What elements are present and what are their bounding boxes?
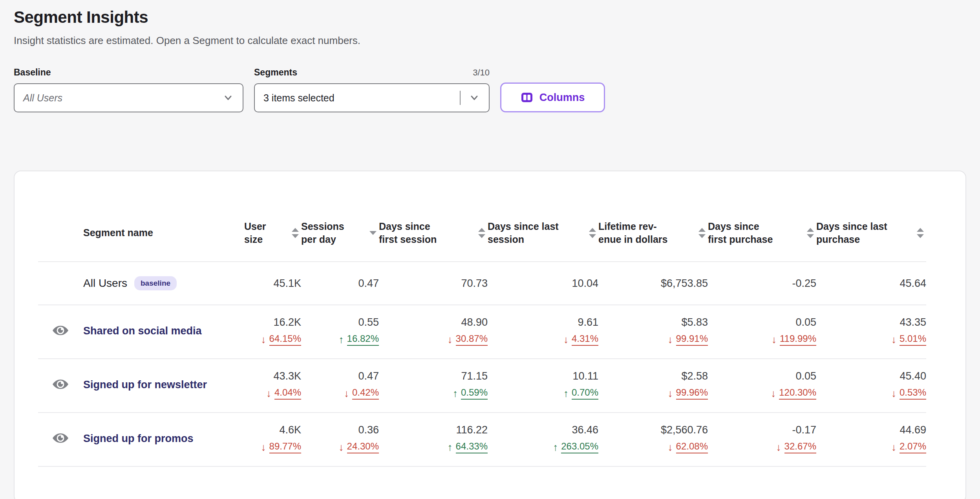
eye-icon: [51, 378, 69, 391]
insights-card: Segment nameUser sizeSessions per dayDay…: [14, 171, 966, 499]
table-row: Shared on social media16.2K↓64.15%0.55↑1…: [38, 305, 926, 359]
visibility-toggle-button[interactable]: [51, 431, 69, 446]
segment-name-cell: Signed up for promos: [83, 413, 244, 466]
column-header-label: User size: [244, 220, 266, 246]
metric-value: 16.2K: [244, 316, 301, 328]
metric-cell: 36.46↑263.05%: [488, 413, 598, 466]
arrow-down-icon: ↓: [668, 387, 673, 400]
segment-name-cell: All Usersbaseline: [83, 262, 244, 305]
metric-value: 0.36: [301, 424, 379, 436]
arrow-down-icon: ↓: [563, 334, 569, 346]
metric-cell: 16.2K↓64.15%: [244, 305, 301, 359]
delta-up[interactable]: ↑0.59%: [379, 387, 488, 400]
segment-name-cell: Signed up for newsletter: [83, 359, 244, 413]
metric-cell: 43.35↓5.01%: [816, 305, 926, 359]
delta-down[interactable]: ↓30.87%: [379, 333, 488, 346]
segments-select[interactable]: 3 items selected: [254, 83, 490, 112]
metric-cell: 0.47↓0.42%: [301, 359, 379, 413]
metric-value: $6,753.85: [598, 277, 708, 290]
metric-value: 43.35: [816, 316, 926, 328]
segment-name: All Users: [83, 277, 127, 290]
metric-value: 9.61: [488, 316, 598, 328]
columns-button[interactable]: Columns: [500, 83, 605, 112]
metric-cell: $2.58↓99.96%: [598, 359, 708, 413]
delta-up[interactable]: ↑0.70%: [488, 387, 598, 400]
columns-button-label: Columns: [539, 92, 585, 104]
delta-down[interactable]: ↓4.04%: [244, 387, 301, 400]
baseline-select-value: All Users: [23, 92, 222, 104]
delta-percent: 0.42%: [352, 387, 379, 400]
delta-percent: 24.30%: [347, 441, 379, 453]
metric-cell: 45.40↓0.53%: [816, 359, 926, 413]
delta-up[interactable]: ↑64.33%: [379, 441, 488, 453]
column-header[interactable]: Days since last session: [488, 194, 598, 262]
delta-down[interactable]: ↓99.91%: [598, 333, 708, 346]
delta-down[interactable]: ↓4.31%: [488, 333, 598, 346]
metric-value: 4.6K: [244, 424, 301, 436]
arrow-down-icon: ↓: [772, 334, 777, 346]
delta-percent: 4.04%: [274, 387, 301, 400]
visibility-toggle-button[interactable]: [51, 324, 69, 338]
delta-down[interactable]: ↓119.99%: [708, 333, 816, 346]
column-header-label: Days since last purchase: [816, 220, 887, 246]
eye-cell: [38, 262, 83, 305]
delta-down[interactable]: ↓99.96%: [598, 387, 708, 400]
metric-value: 0.47: [301, 370, 379, 382]
arrow-down-icon: ↓: [344, 387, 349, 400]
metric-cell: 0.05↓120.30%: [708, 359, 816, 413]
metric-cell: 0.47: [301, 262, 379, 305]
delta-up[interactable]: ↑16.82%: [301, 333, 379, 346]
delta-percent: 99.96%: [676, 387, 708, 400]
eye-icon: [51, 431, 69, 445]
metric-cell: 71.15↑0.59%: [379, 359, 488, 413]
delta-percent: 263.05%: [561, 441, 598, 453]
delta-down[interactable]: ↓0.53%: [816, 387, 926, 400]
table-row: Signed up for promos4.6K↓89.77%0.36↓24.3…: [38, 413, 926, 466]
eye-cell: [38, 413, 83, 466]
baseline-badge: baseline: [134, 276, 177, 290]
column-header[interactable]: Days since first purchase: [708, 194, 816, 262]
page-subtitle: Insight statistics are estimated. Open a…: [14, 35, 966, 47]
metric-value: 0.47: [301, 277, 379, 290]
delta-down[interactable]: ↓5.01%: [816, 333, 926, 346]
column-header[interactable]: Sessions per day: [301, 194, 379, 262]
sort-icon: [291, 227, 300, 239]
arrow-down-icon: ↓: [668, 441, 673, 453]
segment-name-link[interactable]: Signed up for promos: [83, 433, 194, 445]
select-divider: [460, 91, 461, 105]
delta-down[interactable]: ↓0.42%: [301, 387, 379, 400]
delta-down[interactable]: ↓24.30%: [301, 441, 379, 453]
column-header[interactable]: Days since last purchase: [816, 194, 926, 262]
sort-icon: [477, 227, 486, 239]
segment-insights-table: Segment nameUser sizeSessions per dayDay…: [38, 194, 926, 467]
column-header[interactable]: User size: [244, 194, 301, 262]
column-header[interactable]: Lifetime rev- enue in dollars: [598, 194, 708, 262]
delta-down[interactable]: ↓62.08%: [598, 441, 708, 453]
delta-percent: 0.70%: [572, 387, 598, 400]
column-header-label: Lifetime rev- enue in dollars: [598, 220, 667, 246]
metric-cell: 45.1K: [244, 262, 301, 305]
baseline-control: Baseline All Users: [14, 67, 243, 112]
delta-up[interactable]: ↑263.05%: [488, 441, 598, 453]
baseline-select[interactable]: All Users: [14, 83, 243, 112]
metric-cell: 48.90↓30.87%: [379, 305, 488, 359]
delta-down[interactable]: ↓64.15%: [244, 333, 301, 346]
controls-bar: Baseline All Users Segments 3/10 3 items…: [14, 67, 966, 112]
delta-percent: 2.07%: [900, 441, 926, 453]
segment-name-link[interactable]: Shared on social media: [83, 325, 202, 337]
arrow-down-icon: ↓: [776, 441, 781, 453]
arrow-down-icon: ↓: [261, 334, 266, 346]
metric-cell: 4.6K↓89.77%: [244, 413, 301, 466]
metric-cell: 0.36↓24.30%: [301, 413, 379, 466]
delta-percent: 89.77%: [269, 441, 301, 453]
delta-down[interactable]: ↓89.77%: [244, 441, 301, 453]
segments-select-value: 3 items selected: [263, 92, 456, 104]
visibility-toggle-button[interactable]: [51, 378, 69, 392]
segment-name-link[interactable]: Signed up for newsletter: [83, 379, 207, 391]
metric-cell: 45.64: [816, 262, 926, 305]
segments-label: Segments: [254, 67, 297, 78]
delta-down[interactable]: ↓2.07%: [816, 441, 926, 453]
delta-down[interactable]: ↓32.67%: [708, 441, 816, 453]
column-header[interactable]: Days since first session: [379, 194, 488, 262]
delta-down[interactable]: ↓120.30%: [708, 387, 816, 400]
